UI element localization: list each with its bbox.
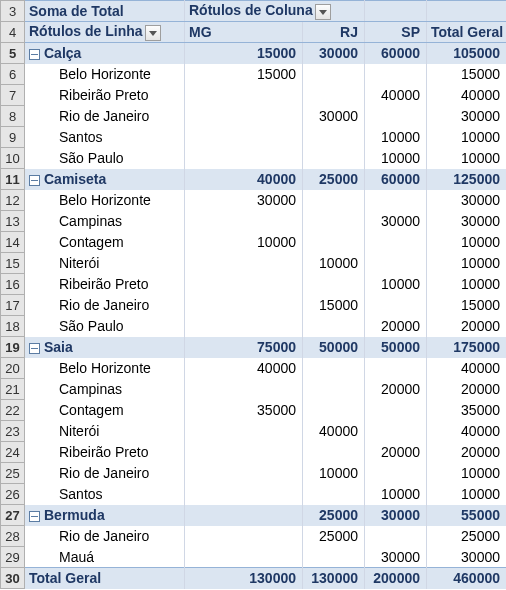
detail-name[interactable]: Rio de Janeiro <box>25 526 185 547</box>
detail-rj <box>303 232 365 253</box>
row-header[interactable]: 27 <box>1 505 25 526</box>
detail-name[interactable]: Rio de Janeiro <box>25 463 185 484</box>
collapse-icon[interactable] <box>29 343 40 354</box>
row-header[interactable]: 20 <box>1 358 25 379</box>
col-header-total[interactable]: Total Geral <box>427 22 506 43</box>
detail-name[interactable]: Niterói <box>25 421 185 442</box>
detail-rj <box>303 274 365 295</box>
row-header[interactable]: 25 <box>1 463 25 484</box>
row-header[interactable]: 8 <box>1 106 25 127</box>
detail-sp: 30000 <box>365 547 427 568</box>
row-header[interactable]: 23 <box>1 421 25 442</box>
detail-name[interactable]: Ribeirão Preto <box>25 442 185 463</box>
detail-name[interactable]: Rio de Janeiro <box>25 295 185 316</box>
measure-label: Soma de Total <box>25 1 185 22</box>
row-header[interactable]: 14 <box>1 232 25 253</box>
row-header[interactable]: 3 <box>1 1 25 22</box>
detail-name[interactable]: Campinas <box>25 211 185 232</box>
row-header[interactable]: 12 <box>1 190 25 211</box>
column-labels-dropdown[interactable] <box>315 4 331 20</box>
detail-sp: 10000 <box>365 274 427 295</box>
detail-mg <box>185 316 303 337</box>
detail-name[interactable]: Contagem <box>25 400 185 421</box>
row-header[interactable]: 21 <box>1 379 25 400</box>
row-header[interactable]: 10 <box>1 148 25 169</box>
row-header[interactable]: 13 <box>1 211 25 232</box>
row-header[interactable]: 4 <box>1 22 25 43</box>
detail-name[interactable]: Ribeirão Preto <box>25 274 185 295</box>
row-header[interactable]: 22 <box>1 400 25 421</box>
row-labels-caption: Rótulos de Linha <box>25 22 185 43</box>
group-row[interactable]: Calça <box>25 43 185 64</box>
group-total: 55000 <box>427 505 506 526</box>
row-header[interactable]: 30 <box>1 568 25 589</box>
detail-name[interactable]: Santos <box>25 484 185 505</box>
detail-mg: 40000 <box>185 358 303 379</box>
row-labels-dropdown[interactable] <box>145 25 161 41</box>
detail-sp <box>365 64 427 85</box>
group-name: Calça <box>44 45 81 61</box>
detail-name[interactable]: Niterói <box>25 253 185 274</box>
col-header-mg[interactable]: MG <box>185 22 303 43</box>
detail-name[interactable]: Rio de Janeiro <box>25 106 185 127</box>
detail-name[interactable]: Santos <box>25 127 185 148</box>
detail-name[interactable]: Mauá <box>25 547 185 568</box>
detail-total: 40000 <box>427 85 506 106</box>
detail-sp <box>365 190 427 211</box>
row-header[interactable]: 5 <box>1 43 25 64</box>
row-header[interactable]: 24 <box>1 442 25 463</box>
detail-total: 35000 <box>427 400 506 421</box>
detail-name[interactable]: Belo Horizonte <box>25 64 185 85</box>
detail-name[interactable]: Belo Horizonte <box>25 358 185 379</box>
detail-rj: 30000 <box>303 106 365 127</box>
detail-sp: 20000 <box>365 379 427 400</box>
group-row[interactable]: Camiseta <box>25 169 185 190</box>
detail-rj <box>303 400 365 421</box>
detail-mg <box>185 253 303 274</box>
grand-total: 460000 <box>427 568 506 589</box>
col-header-sp[interactable]: SP <box>365 22 427 43</box>
detail-total: 25000 <box>427 526 506 547</box>
grand-sp: 200000 <box>365 568 427 589</box>
row-header[interactable]: 6 <box>1 64 25 85</box>
detail-name[interactable]: Contagem <box>25 232 185 253</box>
detail-total: 10000 <box>427 274 506 295</box>
detail-name[interactable]: Ribeirão Preto <box>25 85 185 106</box>
detail-rj <box>303 127 365 148</box>
row-header[interactable]: 16 <box>1 274 25 295</box>
row-header[interactable]: 18 <box>1 316 25 337</box>
collapse-icon[interactable] <box>29 175 40 186</box>
detail-rj: 10000 <box>303 463 365 484</box>
detail-sp <box>365 232 427 253</box>
collapse-icon[interactable] <box>29 49 40 60</box>
detail-name[interactable]: Belo Horizonte <box>25 190 185 211</box>
detail-sp: 20000 <box>365 316 427 337</box>
group-row[interactable]: Saia <box>25 337 185 358</box>
detail-sp <box>365 253 427 274</box>
collapse-icon[interactable] <box>29 511 40 522</box>
group-row[interactable]: Bermuda <box>25 505 185 526</box>
detail-mg <box>185 526 303 547</box>
row-header[interactable]: 19 <box>1 337 25 358</box>
col-header-rj[interactable]: RJ <box>303 22 365 43</box>
group-sp: 60000 <box>365 169 427 190</box>
detail-mg <box>185 442 303 463</box>
row-header[interactable]: 7 <box>1 85 25 106</box>
row-header[interactable]: 29 <box>1 547 25 568</box>
row-header[interactable]: 11 <box>1 169 25 190</box>
detail-total: 10000 <box>427 148 506 169</box>
detail-mg <box>185 463 303 484</box>
detail-total: 10000 <box>427 253 506 274</box>
row-header[interactable]: 17 <box>1 295 25 316</box>
row-header[interactable]: 15 <box>1 253 25 274</box>
detail-name[interactable]: Campinas <box>25 379 185 400</box>
group-sp: 60000 <box>365 43 427 64</box>
row-header[interactable]: 28 <box>1 526 25 547</box>
detail-name[interactable]: São Paulo <box>25 148 185 169</box>
detail-name[interactable]: São Paulo <box>25 316 185 337</box>
detail-mg <box>185 547 303 568</box>
row-header[interactable]: 26 <box>1 484 25 505</box>
detail-rj <box>303 547 365 568</box>
blank <box>427 1 506 22</box>
row-header[interactable]: 9 <box>1 127 25 148</box>
